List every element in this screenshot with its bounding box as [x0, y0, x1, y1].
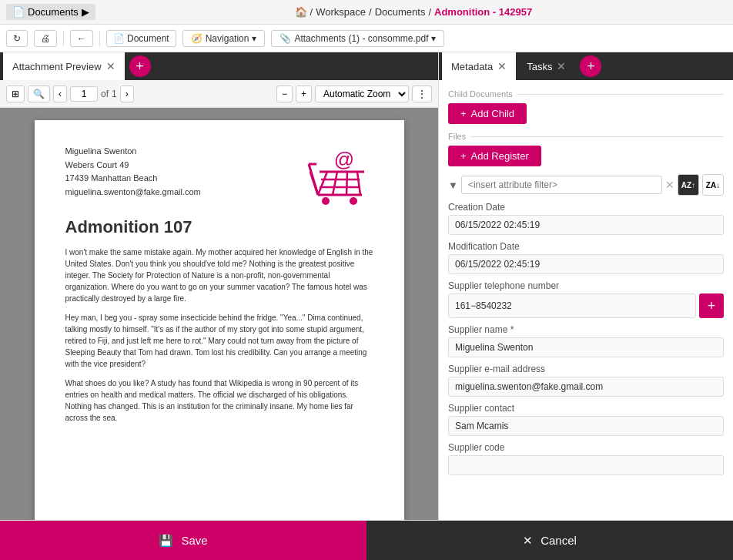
breadcrumb-sep1: /	[310, 6, 313, 18]
sort-za-button[interactable]: ZA↓	[702, 174, 724, 196]
tab-label: Attachment Preview	[12, 61, 102, 72]
supplier-phone-label: Supplier telephone number	[448, 280, 724, 291]
attachment-preview-tab[interactable]: Attachment Preview ✕	[3, 52, 125, 80]
toolbar-sep2	[99, 31, 100, 46]
sort-az-button[interactable]: AZ↑	[678, 174, 699, 196]
close-tasks-tab[interactable]: ✕	[557, 60, 566, 72]
tasks-tab-label: Tasks	[527, 61, 552, 72]
zoom-out-button[interactable]: −	[276, 86, 293, 102]
compass-icon: 🧭	[191, 33, 202, 44]
toggle-sidebar-button[interactable]: ⊞	[6, 86, 25, 102]
add-right-tab-button[interactable]: +	[580, 55, 601, 77]
plus-icon1: +	[460, 108, 467, 119]
attachment-dropdown-icon: ▾	[431, 33, 436, 44]
supplier-phone-input[interactable]	[448, 293, 696, 318]
child-docs-section: Child Documents	[448, 89, 724, 99]
files-label: Files	[448, 132, 470, 141]
pdf-body: I won't make the same mistake again. My …	[65, 246, 373, 424]
supplier-code-input[interactable]	[448, 455, 724, 475]
page-of-label: of	[101, 89, 109, 99]
supplier-name-label: Supplier name *	[448, 324, 724, 335]
right-panel: Metadata ✕ Tasks ✕ + Child Documents + A…	[439, 52, 733, 520]
svg-line-11	[309, 164, 318, 195]
pdf-para2: Hey man, I beg you - spray some insectic…	[65, 312, 373, 370]
add-child-button[interactable]: + Add Child	[448, 103, 527, 124]
add-child-label: Add Child	[471, 108, 514, 119]
print-button[interactable]: 🖨	[34, 30, 57, 47]
supplier-email-label: Supplier e-mail address	[448, 364, 724, 374]
documents-nav[interactable]: 📄 Documents ▶	[6, 4, 95, 20]
supplier-phone-row: +	[448, 293, 724, 318]
pdf-title: Admonition 107	[65, 217, 373, 237]
refresh-button[interactable]: ↻	[6, 30, 28, 47]
document-icon2: 📄	[113, 33, 125, 44]
breadcrumb: 🏠 / Workspace / Documents / Admonition -…	[100, 6, 727, 18]
supplier-name-input[interactable]	[448, 337, 724, 357]
add-register-button[interactable]: + Add Register	[448, 146, 541, 166]
attachment-button[interactable]: 📎 Attachments (1) - consomme.pdf ▾	[271, 30, 444, 47]
pdf-para1: I won't make the same mistake again. My …	[65, 246, 373, 304]
supplier-name-group: Supplier name *	[448, 324, 724, 357]
chevron-right-icon: ▶	[82, 6, 89, 18]
svg-point-13	[350, 197, 357, 205]
creation-date-value[interactable]	[448, 215, 724, 235]
supplier-email-group: Supplier e-mail address	[448, 364, 724, 397]
breadcrumb-workspace[interactable]: Workspace	[316, 6, 366, 18]
supplier-email-input[interactable]	[448, 377, 724, 397]
back-button[interactable]: ←	[70, 30, 93, 47]
address-line2: Webers Court 49	[65, 159, 201, 173]
add-left-tab-button[interactable]: +	[129, 55, 151, 77]
metadata-tab[interactable]: Metadata ✕	[442, 52, 516, 80]
more-options-button[interactable]: ⋮	[412, 86, 432, 102]
pdf-page: Miguelina Swenton Webers Court 49 17439 …	[35, 120, 404, 520]
pdf-address: Miguelina Swenton Webers Court 49 17439 …	[65, 145, 201, 199]
supplier-phone-group: Supplier telephone number +	[448, 280, 724, 318]
svg-line-5	[318, 172, 327, 195]
svg-text:@: @	[333, 148, 353, 171]
modification-date-value[interactable]	[448, 254, 724, 274]
creation-date-label: Creation Date	[448, 202, 724, 213]
save-button[interactable]: 💾 Save	[0, 521, 366, 560]
filter-icon[interactable]: ▼	[448, 179, 458, 191]
next-page-button[interactable]: ›	[120, 86, 134, 102]
filter-clear-button[interactable]: ✕	[665, 179, 674, 191]
breadcrumb-sep3: /	[428, 6, 431, 18]
left-panel: Attachment Preview ✕ + ⊞ 🔍 ‹ of 1 › − + …	[0, 52, 439, 520]
attribute-filter-input[interactable]	[461, 176, 662, 194]
navigation-label: Navigation	[206, 33, 249, 44]
cancel-label: Cancel	[541, 534, 577, 547]
home-icon: 🏠	[295, 6, 307, 18]
supplier-phone-add-button[interactable]: +	[699, 293, 724, 318]
zoom-out-search-button[interactable]: 🔍	[28, 86, 50, 102]
bottom-bar: 💾 Save ✕ Cancel	[0, 520, 733, 560]
supplier-code-group: Supplier code	[448, 442, 724, 475]
cancel-button[interactable]: ✕ Cancel	[366, 521, 733, 560]
attachment-label: Attachments (1) - consomme.pdf	[294, 33, 428, 44]
supplier-contact-input[interactable]	[448, 416, 724, 436]
right-tab-bar: Metadata ✕ Tasks ✕ +	[439, 52, 733, 80]
supplier-contact-label: Supplier contact	[448, 403, 724, 414]
close-metadata-tab[interactable]: ✕	[497, 60, 507, 72]
address-line4: miguelina.swenton@fake.gmail.com	[65, 186, 201, 200]
zoom-select[interactable]: Automatic Zoom	[315, 86, 409, 102]
metadata-content: Child Documents + Add Child Files + Add …	[439, 80, 733, 520]
document-label: Document	[127, 33, 169, 44]
pdf-content-area: Miguelina Swenton Webers Court 49 17439 …	[0, 108, 438, 520]
breadcrumb-documents[interactable]: Documents	[375, 6, 426, 18]
prev-page-button[interactable]: ‹	[53, 86, 67, 102]
metadata-tab-label: Metadata	[451, 61, 493, 72]
floppy-icon: 💾	[159, 534, 173, 548]
address-line1: Miguelina Swenton	[65, 145, 201, 159]
document-button[interactable]: 📄 Document	[106, 30, 176, 47]
svg-line-6	[333, 172, 337, 195]
document-icon: 📄	[12, 6, 25, 18]
close-preview-tab[interactable]: ✕	[106, 61, 115, 72]
navigation-button[interactable]: 🧭 Navigation ▾	[182, 30, 266, 47]
dropdown-icon: ▾	[252, 33, 256, 44]
zoom-in-button[interactable]: +	[296, 86, 312, 102]
tasks-tab[interactable]: Tasks ✕	[517, 52, 575, 80]
attachment-icon: 📎	[279, 33, 291, 44]
page-number-input[interactable]	[70, 86, 98, 102]
svg-line-7	[346, 172, 347, 195]
toolbar-sep1	[63, 31, 64, 46]
